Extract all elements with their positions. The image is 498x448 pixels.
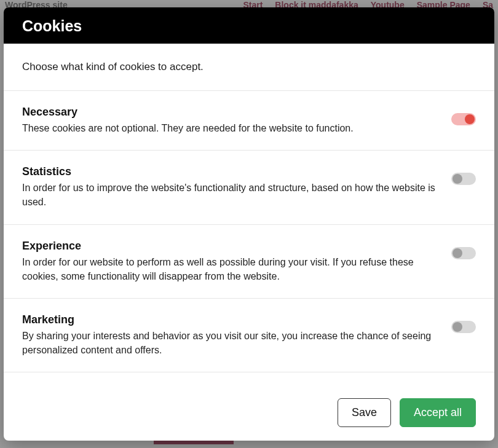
- modal-intro: Choose what kind of cookies to accept.: [4, 44, 494, 91]
- category-necessary: Necessary These cookies are not optional…: [4, 91, 494, 151]
- toggle-knob: [465, 114, 475, 124]
- category-desc: In order for our website to perform as w…: [22, 255, 441, 283]
- toggle-experience[interactable]: [451, 247, 476, 259]
- toggle-statistics[interactable]: [451, 173, 476, 185]
- toggle-knob: [453, 322, 462, 332]
- category-title: Experience: [22, 240, 441, 253]
- category-title: Marketing: [22, 313, 441, 326]
- modal-title: Cookies: [22, 17, 476, 35]
- toggle-knob: [453, 248, 462, 258]
- modal-footer: Save Accept all: [4, 385, 494, 441]
- cookie-modal: Cookies Choose what kind of cookies to a…: [4, 7, 494, 441]
- category-title: Necessary: [22, 106, 441, 119]
- category-text: Experience In order for our website to p…: [22, 240, 441, 283]
- category-desc: These cookies are not optional. They are…: [22, 121, 441, 135]
- category-marketing: Marketing By sharing your interests and …: [4, 299, 494, 372]
- category-desc: In order for us to improve the website's…: [22, 181, 441, 209]
- modal-header: Cookies: [4, 7, 494, 44]
- category-title: Statistics: [22, 165, 441, 178]
- category-text: Necessary These cookies are not optional…: [22, 106, 441, 135]
- toggle-marketing[interactable]: [451, 321, 476, 333]
- category-experience: Experience In order for our website to p…: [4, 225, 494, 299]
- category-text: Marketing By sharing your interests and …: [22, 313, 441, 357]
- category-desc: By sharing your interests and behavior a…: [22, 329, 441, 357]
- toggle-necessary: [451, 113, 476, 125]
- accept-all-button[interactable]: Accept all: [400, 398, 476, 427]
- save-button[interactable]: Save: [338, 398, 391, 427]
- category-statistics: Statistics In order for us to improve th…: [4, 151, 494, 224]
- toggle-knob: [453, 174, 462, 184]
- category-text: Statistics In order for us to improve th…: [22, 165, 441, 209]
